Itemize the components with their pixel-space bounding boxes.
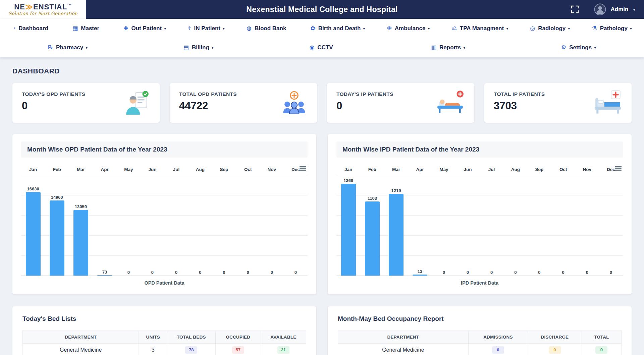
table-cell: 0 xyxy=(582,344,621,355)
chevron-down-icon: ▾ xyxy=(428,26,430,31)
nav-item-master[interactable]: ▦ Master xyxy=(72,25,102,32)
nav-item-settings[interactable]: ⚙ Settings ▾ xyxy=(561,44,596,51)
nav-item-pharmacy[interactable]: ℞ Pharmacy ▾ xyxy=(48,44,88,51)
count-badge: 0 xyxy=(595,346,607,354)
nav-item-billing[interactable]: ▤ Billing ▾ xyxy=(183,44,214,51)
bar-column: 0 xyxy=(503,175,527,276)
user-menu[interactable]: Admin xyxy=(611,6,629,13)
nav-row-1: ◔ Dashboard ▦ Master ✚ Out Patient ▾ ⚕ I… xyxy=(0,19,644,38)
nav-item-blood-bank[interactable]: ◍ Blood Bank xyxy=(247,25,288,32)
chart-title: Month Wise OPD Patient Data of the Year … xyxy=(27,146,302,153)
fullscreen-icon[interactable] xyxy=(571,5,579,14)
nav-item-radiology[interactable]: ◎ Radiology ▾ xyxy=(530,25,570,32)
bar[interactable] xyxy=(73,210,88,276)
column-header: UNITS xyxy=(139,331,167,344)
chevron-down-icon: ▾ xyxy=(363,26,365,31)
bar-column: 0 xyxy=(480,175,503,276)
nav-label: TPA Managment xyxy=(460,25,504,32)
table-cell: General Medicine xyxy=(338,344,469,355)
data-label: 0 xyxy=(467,270,469,275)
chevron-down-icon: ▾ xyxy=(506,26,508,31)
nav-label: Ambulance xyxy=(395,25,426,32)
x-tick-label: Aug xyxy=(503,167,527,172)
data-label: 0 xyxy=(127,270,130,275)
nav-label: CCTV xyxy=(317,44,333,51)
x-axis-ticks: JanFebMarAprMayJunJulAugSepOctNovDec xyxy=(21,167,308,172)
x-tick-label: Jan xyxy=(336,167,360,172)
chevron-down-icon: ▾ xyxy=(463,45,465,50)
nav-item-dashboard[interactable]: ◔ Dashboard xyxy=(12,25,51,32)
x-tick-label: May xyxy=(117,167,141,172)
x-axis-ticks: JanFebMarAprMayJunJulAugSepOctNovDec xyxy=(336,167,623,172)
master-icon: ▦ xyxy=(72,25,78,31)
bar-column: 0 xyxy=(117,175,141,276)
dashboard-icon: ◔ xyxy=(12,25,15,31)
patient-document-icon xyxy=(123,90,150,116)
data-label: 0 xyxy=(247,270,249,275)
nav-label: Dashboard xyxy=(18,25,48,32)
bar-column: 73 xyxy=(93,175,117,276)
x-tick-label: Mar xyxy=(69,167,93,172)
stats-grid: TODAY'S OPD PATIENTS 0 TOTAL xyxy=(12,83,632,123)
chevron-down-icon: ▾ xyxy=(212,45,214,50)
bar[interactable] xyxy=(26,192,41,276)
stat-value: 44722 xyxy=(179,101,237,111)
data-label: 0 xyxy=(151,270,154,275)
count-badge: 0 xyxy=(549,346,561,354)
nav-item-ambulance[interactable]: ✙ Ambulance ▾ xyxy=(387,25,430,32)
chart-menu-icon[interactable] xyxy=(615,165,622,171)
nav-item-pathology[interactable]: ⚗ Pathology ▾ xyxy=(592,25,632,32)
nav-label: Master xyxy=(81,25,99,32)
nav-item-cctv[interactable]: ◉ CCTV xyxy=(309,44,335,51)
logo-tagline: Solution for Next Generation xyxy=(8,11,77,16)
avatar[interactable] xyxy=(594,3,606,15)
table-row: General Medicine000 xyxy=(338,344,622,355)
settings-icon: ⚙ xyxy=(561,45,566,50)
x-tick-label: Oct xyxy=(236,167,260,172)
x-tick-label: Jan xyxy=(21,167,45,172)
billing-icon: ▤ xyxy=(183,45,189,50)
bar[interactable] xyxy=(341,184,356,276)
bed-lists-card: Today's Bed Lists DEPARTMENTUNITSTOTAL B… xyxy=(12,306,316,355)
table-header-row: DEPARTMENTADMISSIONSDISCHARGETOTAL xyxy=(338,331,622,344)
stat-card-todays-ip: TODAY'S IP PATIENTS 0 xyxy=(327,83,474,123)
bar-column: 0 xyxy=(551,175,575,276)
nav-label: Out Patient xyxy=(131,25,162,32)
logo[interactable]: NE≫ENSTIALTM Solution for Next Generatio… xyxy=(0,0,86,19)
bar[interactable] xyxy=(389,194,404,276)
opd-chart-card: Month Wise OPD Patient Data of the Year … xyxy=(12,134,316,294)
bar[interactable] xyxy=(413,275,427,276)
bar-column: 1219 xyxy=(384,175,408,276)
nav-label: Pathology xyxy=(600,25,628,32)
ambulance-icon: ✙ xyxy=(387,25,392,31)
stat-value: 0 xyxy=(336,101,393,111)
data-label: 0 xyxy=(490,270,493,275)
nav-item-birth-and-death[interactable]: ✿ Birth and Death ▾ xyxy=(311,25,365,32)
nav-item-tpa-managment[interactable]: ⚖ TPA Managment ▾ xyxy=(452,25,508,32)
chevron-down-icon: ▾ xyxy=(164,26,166,31)
bar-column: 13 xyxy=(408,175,432,276)
chart-menu-icon[interactable] xyxy=(300,165,306,171)
bar-column: 0 xyxy=(527,175,551,276)
nav-item-in-patient[interactable]: ⚕ IN Patient ▾ xyxy=(188,25,225,32)
x-tick-label: Apr xyxy=(93,167,117,172)
bar-column: 0 xyxy=(141,175,164,276)
charts-grid: Month Wise OPD Patient Data of the Year … xyxy=(12,134,632,294)
pathology-icon: ⚗ xyxy=(592,25,597,31)
chart-title: Month Wise IPD Patient Data of the Year … xyxy=(342,146,617,153)
nav-item-out-patient[interactable]: ✚ Out Patient ▾ xyxy=(123,25,166,32)
logo-chevrons-icon: ≫ xyxy=(25,3,33,11)
chart-plot-area: 1663014960130597300000000 xyxy=(21,175,308,276)
page-title: DASHBOARD xyxy=(12,67,632,75)
bar[interactable] xyxy=(97,275,112,276)
bar[interactable] xyxy=(365,201,380,276)
nav-label: IN Patient xyxy=(194,25,220,32)
stat-value: 0 xyxy=(22,101,85,111)
stat-label: TODAY'S IP PATIENTS xyxy=(336,91,393,97)
count-badge: 21 xyxy=(277,346,289,354)
data-label: 14960 xyxy=(51,195,63,199)
bar[interactable] xyxy=(50,200,64,276)
header-actions: Admin ▾ xyxy=(571,3,635,15)
nav-item-reports[interactable]: ▥ Reports ▾ xyxy=(431,44,465,51)
trademark-mark: TM xyxy=(67,3,72,6)
